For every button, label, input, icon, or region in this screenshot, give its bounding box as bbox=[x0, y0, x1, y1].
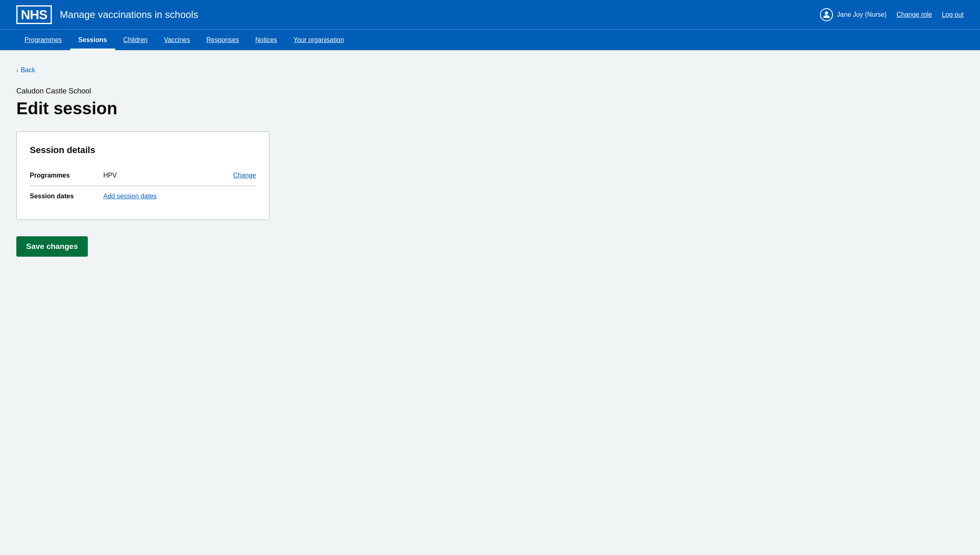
nav-link-your-organisation[interactable]: Your organisation bbox=[285, 30, 352, 50]
main-content: ‹ Back Caludon Castle School Edit sessio… bbox=[0, 50, 588, 273]
nav-item-your-organisation: Your organisation bbox=[285, 30, 352, 50]
nav-item-responses: Responses bbox=[198, 30, 247, 50]
session-dates-label: Session dates bbox=[30, 193, 95, 200]
save-changes-button[interactable]: Save changes bbox=[16, 236, 88, 257]
session-card: Session details Programmes HPV Change Se… bbox=[16, 131, 270, 220]
nav-item-sessions: Sessions bbox=[70, 30, 115, 50]
back-label: Back bbox=[21, 67, 36, 74]
nav-link-notices[interactable]: Notices bbox=[247, 30, 285, 50]
nhs-logo: NHS bbox=[16, 5, 52, 24]
header-title: Manage vaccinations in schools bbox=[60, 9, 198, 20]
user-name: Jane Joy (Nurse) bbox=[837, 11, 887, 18]
add-session-dates-button[interactable]: Add session dates bbox=[103, 193, 157, 200]
nhs-logo-text: NHS bbox=[21, 8, 47, 21]
change-programmes-button[interactable]: Change bbox=[233, 172, 256, 179]
back-chevron-icon: ‹ bbox=[16, 67, 18, 73]
nav-link-sessions[interactable]: Sessions bbox=[70, 30, 115, 50]
programmes-row: Programmes HPV Change bbox=[30, 165, 256, 186]
user-info: Jane Joy (Nurse) bbox=[820, 8, 887, 21]
nav: Programmes Sessions Children Vaccines Re… bbox=[0, 29, 980, 50]
nav-item-children: Children bbox=[115, 30, 156, 50]
nav-item-programmes: Programmes bbox=[16, 30, 70, 50]
nav-item-notices: Notices bbox=[247, 30, 285, 50]
nav-list: Programmes Sessions Children Vaccines Re… bbox=[16, 30, 964, 50]
logout-button[interactable]: Log out bbox=[942, 11, 964, 18]
nav-link-programmes[interactable]: Programmes bbox=[16, 30, 70, 50]
nav-link-children[interactable]: Children bbox=[115, 30, 156, 50]
svg-point-0 bbox=[825, 11, 828, 15]
school-name: Caludon Castle School bbox=[16, 87, 572, 95]
header: NHS Manage vaccinations in schools Jane … bbox=[0, 0, 980, 29]
change-role-button[interactable]: Change role bbox=[896, 11, 932, 18]
page-title: Edit session bbox=[16, 99, 572, 118]
card-heading: Session details bbox=[30, 145, 256, 155]
nav-link-responses[interactable]: Responses bbox=[198, 30, 247, 50]
programmes-value: HPV bbox=[103, 172, 225, 179]
nav-link-vaccines[interactable]: Vaccines bbox=[156, 30, 198, 50]
session-dates-row: Session dates Add session dates bbox=[30, 186, 256, 206]
header-right: Jane Joy (Nurse) Change role Log out bbox=[820, 8, 964, 21]
back-link[interactable]: ‹ Back bbox=[16, 67, 572, 74]
user-avatar-icon bbox=[820, 8, 833, 21]
header-left: NHS Manage vaccinations in schools bbox=[16, 5, 198, 24]
nav-item-vaccines: Vaccines bbox=[156, 30, 198, 50]
programmes-label: Programmes bbox=[30, 172, 95, 179]
